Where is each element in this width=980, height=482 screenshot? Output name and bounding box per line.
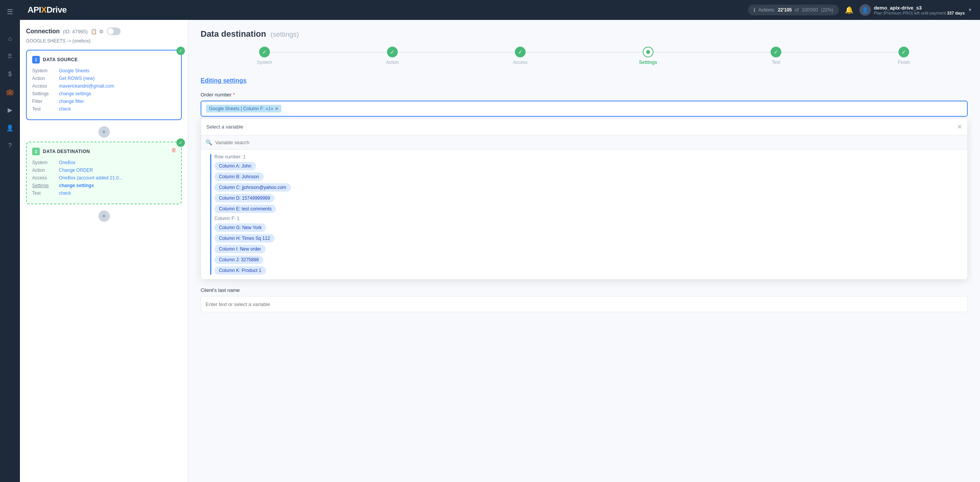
help-icon[interactable]: ? bbox=[0, 138, 20, 153]
step-finish-label: Finish bbox=[898, 60, 910, 65]
user-plan: Plan |Premium PRO| left until payment 33… bbox=[874, 11, 965, 15]
step-settings: Settings bbox=[584, 47, 712, 65]
list-item[interactable]: Column B: Johnson bbox=[214, 173, 962, 181]
client-last-name-field-group: Client's last name bbox=[201, 287, 968, 312]
delete-destination-icon[interactable]: 🗑 bbox=[171, 147, 176, 153]
dest-row-settings: Settings change settings bbox=[32, 183, 176, 188]
order-number-tag[interactable]: Google Sheets | Column F: «1» ✕ bbox=[206, 105, 281, 112]
connection-subtitle: GOOGLE SHEETS -> (onebox) bbox=[26, 38, 182, 44]
variable-dropdown: Select a variable ✕ 🔍 Row number: 1 Colu… bbox=[201, 118, 968, 280]
steps-container: ✓ System ✓ Action ✓ Access Settings bbox=[201, 47, 968, 65]
dropdown-title: Select a variable bbox=[206, 124, 243, 130]
plan-text: Plan |Premium PRO| left until payment bbox=[874, 11, 946, 15]
video-icon[interactable]: ▶ bbox=[0, 103, 20, 117]
source-row-access: Access maverickandrii@gmail.com bbox=[32, 83, 176, 89]
copy-icon[interactable]: 📋 bbox=[91, 29, 97, 34]
topbar: APIXDrive ℹ Actions: 22'105 of 100'000 (… bbox=[20, 0, 980, 20]
step-action-label: Action bbox=[386, 60, 399, 65]
profile-icon[interactable]: 👤 bbox=[0, 120, 20, 135]
dropdown-close-icon[interactable]: ✕ bbox=[957, 123, 962, 130]
list-item[interactable]: Column I: New order bbox=[214, 245, 962, 253]
step-settings-label: Settings bbox=[639, 60, 657, 65]
list-item[interactable]: Column C: jjohnson@yahoo.com bbox=[214, 183, 962, 192]
dest-row-system: System OneBox bbox=[32, 160, 176, 165]
page-title: Data destination bbox=[201, 29, 266, 39]
logo-text: APIXDrive bbox=[28, 5, 67, 15]
list-item: Row number: 1 Column A: John Column B: J… bbox=[201, 153, 967, 276]
user-info: demo_apix-drive_s3 Plan |Premium PRO| le… bbox=[874, 5, 965, 15]
connection-icons: 📋 ⚙ bbox=[91, 29, 104, 34]
tag-close-icon[interactable]: ✕ bbox=[275, 106, 278, 111]
list-item[interactable]: Column J: 3275888 bbox=[214, 256, 962, 264]
list-item[interactable]: Column D: 15749999999 bbox=[214, 194, 962, 202]
step-finish: ✓ Finish bbox=[840, 47, 968, 65]
main-layout: Connection (ID: 47965) 📋 ⚙ GOOGLE SHEETS… bbox=[20, 20, 980, 482]
step-action: ✓ Action bbox=[328, 47, 456, 65]
billing-icon[interactable]: $ bbox=[0, 67, 20, 81]
data-destination-card: ✓ 🗑 2 DATA DESTINATION System OneBox Act… bbox=[26, 142, 182, 204]
step-test-circle: ✓ bbox=[771, 47, 781, 57]
home-icon[interactable]: ⌂ bbox=[0, 31, 20, 46]
data-source-card: ✓ 1 DATA SOURCE System Google Sheets Act… bbox=[26, 50, 182, 120]
source-row-settings: Settings change settings bbox=[32, 91, 176, 96]
variable-list: Row number: 1 Column A: John Column B: J… bbox=[201, 150, 967, 279]
step-action-circle: ✓ bbox=[387, 47, 398, 57]
bell-icon[interactable]: 🔔 bbox=[845, 6, 853, 14]
source-row-filter: Filter change filter bbox=[32, 99, 176, 104]
source-row-system: System Google Sheets bbox=[32, 68, 176, 73]
connection-title: Connection bbox=[26, 28, 60, 35]
actions-used: 22'105 bbox=[778, 7, 792, 13]
list-item[interactable]: Column G: New York bbox=[214, 223, 962, 232]
order-number-label: Order number * bbox=[201, 92, 968, 98]
chevron-down-icon: ▼ bbox=[968, 7, 972, 13]
list-item[interactable]: Column H: Times Sq 112 bbox=[214, 234, 962, 243]
source-card-num: 1 bbox=[32, 56, 40, 64]
source-row-test: Test check bbox=[32, 106, 176, 112]
step-test-label: Test bbox=[772, 60, 780, 65]
gear-icon[interactable]: ⚙ bbox=[99, 29, 104, 34]
connections-icon[interactable]: ⠿ bbox=[0, 49, 20, 64]
list-item[interactable]: Column A: John bbox=[214, 162, 962, 170]
add-destination-button[interactable]: + bbox=[98, 210, 110, 222]
step-system: ✓ System bbox=[201, 47, 328, 65]
connection-header: Connection (ID: 47965) 📋 ⚙ bbox=[26, 28, 182, 35]
briefcase-icon[interactable]: 💼 bbox=[0, 85, 20, 99]
client-last-name-input[interactable] bbox=[201, 296, 968, 312]
step-finish-circle: ✓ bbox=[898, 47, 909, 57]
list-item[interactable]: Column K: Product 1 bbox=[214, 266, 962, 275]
step-access: ✓ Access bbox=[456, 47, 584, 65]
logo-drive: Drive bbox=[46, 5, 67, 15]
actions-pct: (22%) bbox=[821, 7, 833, 13]
user-menu[interactable]: 👤 demo_apix-drive_s3 Plan |Premium PRO| … bbox=[859, 4, 972, 16]
connection-toggle[interactable] bbox=[107, 28, 121, 35]
step-system-circle: ✓ bbox=[259, 47, 270, 57]
dest-row-access: Access OneBox (account added 21.0... bbox=[32, 175, 176, 181]
right-panel: Data destination (settings) ✓ System ✓ A… bbox=[188, 20, 980, 482]
actions-label: Actions: bbox=[758, 7, 775, 13]
order-number-field-group: Order number * Google Sheets | Column F:… bbox=[201, 92, 968, 280]
step-access-label: Access bbox=[513, 60, 528, 65]
source-check-icon: ✓ bbox=[176, 47, 185, 55]
sidebar: ☰ ⌂ ⠿ $ 💼 ▶ 👤 ? bbox=[0, 0, 20, 482]
left-panel: Connection (ID: 47965) 📋 ⚙ GOOGLE SHEETS… bbox=[20, 20, 188, 482]
source-card-header: 1 DATA SOURCE bbox=[32, 56, 176, 64]
dest-check-icon: ✓ bbox=[176, 138, 185, 147]
plan-days: 337 days bbox=[947, 11, 965, 15]
actions-badge: ℹ Actions: 22'105 of 100'000 (22%) bbox=[748, 5, 838, 15]
menu-icon[interactable]: ☰ bbox=[2, 5, 18, 19]
step-system-label: System bbox=[257, 60, 272, 65]
section-title[interactable]: Editing settings bbox=[201, 77, 968, 84]
dest-card-header: 2 DATA DESTINATION bbox=[32, 148, 176, 155]
order-number-input[interactable]: Google Sheets | Column F: «1» ✕ bbox=[201, 101, 968, 117]
page-title-container: Data destination (settings) bbox=[201, 29, 968, 39]
list-item[interactable]: Column E: test comments bbox=[214, 205, 962, 213]
add-step-button[interactable]: + bbox=[98, 126, 110, 138]
variable-search-input[interactable] bbox=[215, 140, 963, 145]
step-settings-circle bbox=[643, 47, 653, 57]
source-row-action: Action Get ROWS (new) bbox=[32, 76, 176, 81]
dest-card-num: 2 bbox=[32, 148, 40, 155]
dropdown-header: Select a variable ✕ bbox=[201, 119, 967, 135]
step-test: ✓ Test bbox=[712, 47, 840, 65]
row-number-item: Row number: 1 bbox=[214, 154, 962, 160]
info-icon: ℹ bbox=[753, 7, 755, 13]
